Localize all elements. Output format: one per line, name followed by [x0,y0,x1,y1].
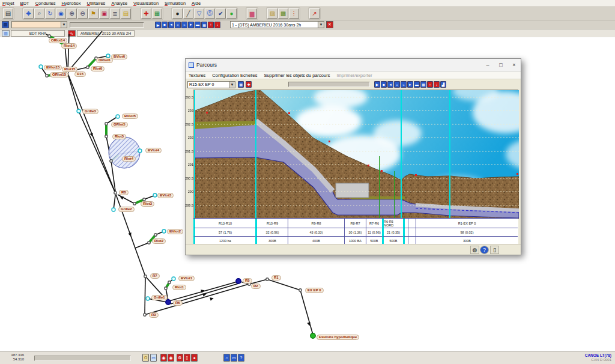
segment-value [403,228,408,237]
node-label[interactable]: BVlot2 [167,229,183,234]
node-label[interactable]: Grille1 [151,295,168,300]
node-label[interactable]: EX EP 0 [305,288,324,293]
add-button[interactable]: ✚ [246,81,252,88]
parcours-menu-item[interactable]: Supprimer les objets du parcours [264,73,330,78]
plain-node[interactable] [48,35,50,37]
node-label[interactable]: R2 [251,284,261,289]
globe-icon[interactable]: ◍ [470,246,479,254]
step-forward-button[interactable]: ► [407,81,413,88]
cyan-node[interactable] [112,208,115,211]
plain-node[interactable] [105,123,108,125]
grid-button[interactable]: ▦ [238,81,244,88]
plain-node[interactable] [148,241,150,244]
node-label[interactable]: R3 [149,312,159,318]
node-label[interactable]: Rlot14 [61,43,77,49]
node-label[interactable]: Rlot5 [112,134,126,139]
elevation-tick: 292 [185,136,193,139]
plain-node[interactable] [86,66,89,68]
cyan-node[interactable] [39,65,43,68]
segment-value: 30 (1.36) [344,228,366,237]
node-label[interactable]: ORlot5 [111,122,128,127]
surface-marker [517,173,518,175]
pause-button[interactable]: ▬ [414,81,420,88]
segment-value [408,228,416,237]
cyan-node[interactable] [77,109,80,113]
forward-button[interactable]: » [401,81,407,88]
node-label[interactable]: Rlot2 [152,238,166,244]
node-label[interactable]: Rlot6 [91,66,105,71]
node-label[interactable]: ORlot6 [96,58,113,63]
parcours-menu-item[interactable]: Configuration Echelles [212,73,257,78]
plain-node[interactable] [154,234,157,236]
node-label[interactable]: Grille3 [82,109,98,114]
navy-node[interactable] [166,300,171,305]
maximize-button[interactable]: □ [494,61,507,70]
node-label[interactable]: BVlot6 [111,54,127,59]
plain-node[interactable] [299,289,301,291]
up-button[interactable]: ↑ [427,81,433,88]
stop-button[interactable]: ■ [381,81,387,88]
node-label[interactable]: BVlot1 [178,276,195,281]
plain-node[interactable] [114,192,117,194]
plain-node[interactable] [165,287,167,290]
grid-button[interactable]: ▦ [420,81,426,88]
node-label[interactable]: ORlot15 [50,72,68,77]
segment-name: R7-R6 [366,219,382,228]
cyan-node[interactable] [116,115,120,118]
node-label[interactable]: Grille2 [118,207,135,212]
close-button[interactable]: × [507,61,521,70]
plain-node[interactable] [266,278,268,281]
minimize-button[interactable]: – [481,61,494,70]
node-label[interactable]: R15 [74,71,86,77]
node-label[interactable]: Rlot1 [172,285,186,290]
cyan-node[interactable] [153,193,157,197]
play-button[interactable]: ▶ [374,81,380,88]
node-label[interactable]: BVlot5 [122,114,138,119]
document-icon[interactable]: ▯ [490,246,499,254]
storage-basin-circle[interactable] [109,137,140,168]
plain-node[interactable] [133,202,136,205]
segment-value: 43 (0.33) [288,228,344,237]
parcours-window: Parcours – □ × TexturesConfiguration Ech… [185,58,521,255]
segment-name: R10-R9 [255,219,288,228]
cyan-node[interactable] [146,297,150,300]
node-label[interactable]: ORlot14 [49,38,67,43]
parcours-titlebar[interactable]: Parcours – □ × [186,59,521,71]
plain-node[interactable] [105,135,108,138]
step-back-button[interactable]: ◄ [387,81,393,88]
node-label[interactable]: R6 [173,300,183,306]
node-label[interactable]: BVlot3 [157,193,174,198]
plain-node[interactable] [168,281,171,284]
plain-node[interactable] [143,198,145,201]
plain-node[interactable] [46,74,48,77]
node-label[interactable]: R8 [119,190,129,195]
segment-value: 32 (0.96) [255,228,288,237]
elevation-tick: 289.5 [185,204,193,207]
plain-node[interactable] [144,275,147,278]
node-label[interactable]: Rlot4 [122,156,136,162]
node-label[interactable]: R1 [271,275,281,281]
node-label[interactable]: BVlot15 [44,65,62,70]
node-label[interactable]: Rlot3 [141,201,154,207]
elevation-tick: 293.5 [185,96,193,99]
chevron-down-icon[interactable]: ▼ [229,82,235,88]
parcours-playback-bar: ▶■◄«»►▬▦↑↓▟ [374,81,447,88]
node-label[interactable]: R7 [150,273,160,279]
node-label[interactable]: Exutoire hypothetique [317,335,359,340]
cyan-node[interactable] [172,277,175,281]
plain-node[interactable] [110,160,112,162]
cyan-node[interactable] [162,229,166,233]
rewind-button[interactable]: « [394,81,400,88]
profile-chart[interactable]: 293.5293292.5292291.5291290.5290289.5 [193,89,518,218]
help-icon[interactable]: ? [480,246,489,254]
cyan-node[interactable] [138,149,142,153]
node-label[interactable]: BVlot4 [145,148,162,153]
chart-button[interactable]: ▟ [440,81,446,88]
green-node[interactable] [311,333,315,338]
plain-node[interactable] [144,314,146,316]
navy-node[interactable] [236,279,241,284]
profile-combo[interactable]: R15-EX EP 0▼ [187,81,235,88]
parcours-menu-item[interactable]: Textures [189,73,205,78]
node-label[interactable]: R5 [243,278,252,284]
down-button[interactable]: ↓ [434,81,440,88]
